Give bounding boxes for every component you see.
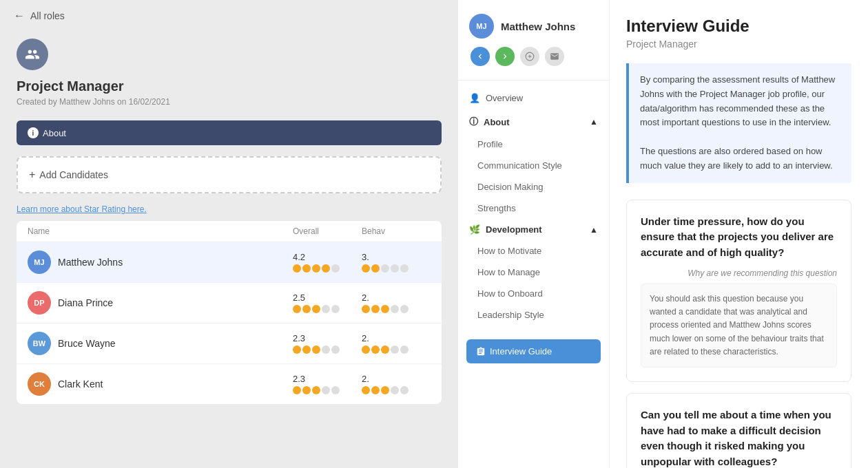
col-behav: Behav: [362, 226, 431, 236]
table-row[interactable]: DP Diana Prince 2.5 2.: [17, 283, 442, 323]
table-row[interactable]: CK Clark Kent 2.3 2.: [17, 364, 442, 404]
overview-icon: 👤: [469, 93, 480, 103]
intro-text: By comparing the assessment results of M…: [640, 73, 840, 130]
why-recommend-1: Why are we recommending this question: [641, 268, 837, 278]
star: [331, 386, 340, 394]
prev-candidate-icon[interactable]: [471, 47, 490, 66]
star: [331, 305, 340, 313]
star: [302, 305, 311, 313]
candidate-name: Clark Kent: [58, 379, 103, 390]
interview-guide-button[interactable]: Interview Guide: [466, 339, 601, 363]
stars: [362, 264, 431, 273]
star: [312, 305, 320, 313]
sidebar-item-strengths[interactable]: Strengths: [458, 198, 609, 219]
sidebar-item-decision-making[interactable]: Decision Making: [458, 176, 609, 198]
role-icon: [17, 39, 48, 70]
back-nav[interactable]: ← All roles: [0, 0, 458, 32]
star: [293, 386, 301, 394]
add-candidates-area: + Add Candidates: [17, 156, 442, 193]
plus-icon: +: [29, 169, 35, 181]
sidebar-item-profile[interactable]: Profile: [458, 134, 609, 155]
sidebar-item-overview[interactable]: 👤 Overview: [458, 86, 609, 110]
add-candidates-button[interactable]: + Add Candidates: [29, 169, 108, 181]
question-card-1: Under time pressure, how do you ensure t…: [626, 200, 851, 382]
star: [381, 386, 389, 394]
star: [371, 305, 380, 313]
star: [293, 345, 301, 354]
intro-box: By comparing the assessment results of M…: [626, 63, 851, 183]
star: [362, 264, 370, 273]
score-cell-behav: 3.: [362, 252, 431, 273]
star: [381, 264, 389, 273]
status-icon[interactable]: [520, 47, 539, 66]
star: [400, 305, 409, 313]
sidebar-item-how-to-manage[interactable]: How to Manage: [458, 262, 609, 283]
candidate-info: CK Clark Kent: [28, 372, 293, 396]
right-panel: MJ Matthew Johns 👤 O: [458, 0, 868, 468]
interview-guide-btn-label: Interview Guide: [490, 346, 552, 357]
table-row[interactable]: MJ Matthew Johns 4.2 3.: [17, 242, 442, 283]
candidate-name: Matthew Johns: [58, 257, 123, 268]
star: [362, 345, 370, 354]
info-circle-icon: ⓘ: [469, 116, 478, 128]
star: [302, 386, 311, 394]
candidate-info: BW Bruce Wayne: [28, 332, 293, 355]
score-cell-behav: 2.: [362, 374, 431, 394]
star: [331, 345, 340, 354]
nav-section: 👤 Overview ⓘ About ▲ Profile Communicati…: [458, 81, 609, 331]
score-cell-behav: 2.: [362, 292, 431, 313]
star: [391, 345, 399, 354]
star: [371, 264, 380, 273]
interview-guide-subtitle: Project Manager: [626, 39, 851, 50]
sidebar-item-about[interactable]: ⓘ About ▲: [458, 110, 609, 134]
sidebar-item-leadership-style[interactable]: Leadership Style: [458, 304, 609, 326]
next-candidate-icon[interactable]: [495, 47, 515, 66]
about-button-label: About: [43, 128, 66, 138]
star: [293, 264, 301, 273]
profile-label: Profile: [477, 139, 503, 149]
score-cell-overall: 2.3: [293, 333, 362, 354]
stars: [362, 386, 431, 394]
info-icon: i: [28, 127, 39, 138]
chevron-up-icon: ▲: [590, 117, 598, 127]
sidebar: MJ Matthew Johns 👤 O: [458, 0, 610, 468]
strengths-label: Strengths: [477, 203, 516, 213]
reason-box-1: You should ask this question because you…: [641, 284, 837, 368]
star: [381, 345, 389, 354]
sidebar-item-how-to-motivate[interactable]: How to Motivate: [458, 240, 609, 262]
about-button[interactable]: i About: [17, 120, 442, 145]
sidebar-avatar: MJ: [469, 14, 494, 39]
development-nav-label: Development: [486, 224, 542, 235]
sidebar-item-development[interactable]: 🌿 Development ▲: [458, 219, 609, 240]
chevron-up-icon2: ▲: [590, 225, 598, 235]
star: [322, 386, 330, 394]
star: [391, 264, 399, 273]
star: [371, 345, 380, 354]
sidebar-candidate-section: MJ Matthew Johns: [458, 0, 609, 81]
score-cell-behav: 2.: [362, 333, 431, 354]
role-meta: Created by Matthew Johns on 16/02/2021: [17, 97, 442, 107]
table-row[interactable]: BW Bruce Wayne 2.3 2.: [17, 323, 442, 364]
sidebar-item-how-to-onboard[interactable]: How to Onboard: [458, 283, 609, 304]
sidebar-item-communication-style[interactable]: Communication Style: [458, 155, 609, 176]
star: [312, 345, 320, 354]
back-nav-label: All roles: [30, 10, 65, 21]
avatar: BW: [28, 332, 51, 355]
learn-more-link[interactable]: Learn more about Star Rating here.: [0, 204, 458, 221]
avatar: DP: [28, 291, 51, 315]
main-content: Interview Guide Project Manager By compa…: [610, 0, 868, 468]
leadership-label: Leadership Style: [477, 310, 544, 320]
table-header: Name Overall Behav: [17, 221, 442, 242]
score-cell-overall: 4.2: [293, 252, 362, 273]
score-cell-overall: 2.5: [293, 292, 362, 313]
star: [391, 386, 399, 394]
star: [322, 345, 330, 354]
mail-icon[interactable]: [545, 47, 564, 66]
star: [302, 345, 311, 354]
add-candidates-label: Add Candidates: [39, 169, 108, 180]
star: [312, 386, 320, 394]
stars: [362, 305, 431, 313]
star: [322, 305, 330, 313]
avatar: MJ: [28, 251, 51, 274]
clipboard-icon: [476, 347, 486, 357]
